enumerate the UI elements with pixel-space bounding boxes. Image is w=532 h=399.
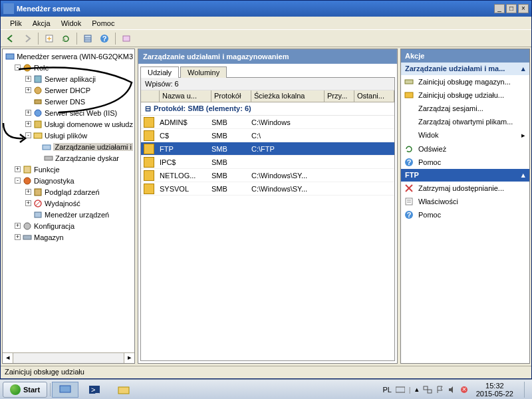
tree-ad-domain[interactable]: +Usługi domenowe w usłudz: [4, 118, 133, 130]
expand-icon[interactable]: +: [15, 166, 21, 172]
svg-rect-16: [45, 156, 53, 160]
col-protocol[interactable]: Protokół: [211, 90, 251, 102]
actions-group-ftp[interactable]: FTP▴: [401, 169, 529, 182]
tree-file-services[interactable]: -Usługi plików: [4, 130, 133, 141]
svg-line-21: [35, 201, 41, 206]
tree-iis-server[interactable]: +Serwer sieci Web (IIS): [4, 107, 133, 118]
action-manage-files[interactable]: Zarządzaj otwartymi plikam...: [401, 115, 529, 128]
tree-disk-mgmt[interactable]: Zarządzanie dyskar: [4, 152, 133, 164]
list-view-button[interactable]: [80, 31, 95, 46]
expand-icon[interactable]: +: [25, 76, 31, 82]
collapse-icon[interactable]: -: [15, 178, 21, 184]
collapse-icon[interactable]: ▴: [521, 171, 525, 180]
tree-diagnostics[interactable]: -Diagnostyka: [4, 175, 133, 186]
menu-akcja[interactable]: Akcja: [27, 18, 56, 29]
actions-panel: Akcje Zarządzanie udziałami i ma...▴ Zai…: [400, 49, 530, 364]
taskbar-powershell[interactable]: >_: [81, 382, 108, 398]
action-help[interactable]: ?Pomoc: [401, 156, 529, 169]
col-last[interactable]: Ostani...: [354, 90, 394, 102]
language-indicator[interactable]: PL: [382, 386, 391, 394]
horizontal-scrollbar[interactable]: ◂ ▸: [3, 352, 134, 363]
tree-features[interactable]: +Funkcje: [4, 164, 133, 175]
collapse-icon[interactable]: -: [15, 65, 21, 70]
col-assign[interactable]: Przy...: [325, 90, 354, 102]
col-path[interactable]: Ścieżka lokalna: [251, 90, 325, 102]
collapse-icon[interactable]: ⊟: [145, 104, 151, 112]
action-refresh[interactable]: Odśwież: [401, 142, 529, 156]
expand-icon[interactable]: +: [25, 121, 31, 127]
tray-keyboard-icon[interactable]: [396, 386, 405, 394]
tree-dhcp-server[interactable]: +Serwer DHCP: [4, 84, 133, 96]
collapse-icon[interactable]: ▴: [521, 65, 525, 73]
tree-event-viewer[interactable]: +Podgląd zdarzeń: [4, 186, 133, 198]
svg-rect-19: [35, 189, 41, 196]
tree-root[interactable]: Menedżer serwera (WIN-6G2QKM3: [4, 51, 133, 62]
taskbar-server-manager[interactable]: [52, 382, 78, 398]
expand-icon[interactable]: +: [15, 223, 21, 229]
share-row[interactable]: IPC$SMB: [141, 156, 394, 169]
forward-button[interactable]: [20, 31, 35, 46]
tree-role[interactable]: -Role: [4, 62, 133, 73]
maximize-button[interactable]: □: [506, 4, 517, 13]
menu-widok[interactable]: Widok: [56, 18, 87, 29]
tree[interactable]: Menedżer serwera (WIN-6G2QKM3 -Role +Ser…: [3, 49, 134, 352]
system-tray: PL | ▴ × 15:32 2015-05-22: [380, 380, 532, 399]
tray-flag-icon[interactable]: [436, 386, 444, 394]
share-row-selected[interactable]: FTPSMBC:\FTP: [141, 142, 394, 156]
action-init-storage[interactable]: Zainicjuj obsługę magazyn...: [401, 75, 529, 88]
collapse-icon[interactable]: -: [25, 132, 31, 138]
expand-icon[interactable]: +: [25, 110, 31, 116]
col-icon[interactable]: [141, 90, 160, 102]
tray-alert-icon[interactable]: ×: [460, 386, 468, 394]
action-help-ftp[interactable]: ?Pomoc: [401, 208, 529, 221]
window-title: Menedżer serwera: [17, 5, 493, 13]
tree-dns-server[interactable]: Serwer DNS: [4, 96, 133, 107]
svg-rect-40: [396, 387, 405, 392]
titlebar[interactable]: Menedżer serwera _ □ ×: [1, 1, 531, 17]
action-init-share[interactable]: Zainicjuj obsługę udziału...: [401, 88, 529, 102]
menu-plik[interactable]: Plik: [5, 18, 27, 29]
tree-device-mgr[interactable]: Menedżer urządzeń: [4, 209, 133, 220]
scroll-right-icon[interactable]: ▸: [124, 353, 134, 363]
taskbar-explorer[interactable]: [110, 382, 137, 398]
tab-shares[interactable]: Udziały: [140, 66, 179, 78]
tree-share-mgmt[interactable]: Zarządzanie udziałami i: [4, 141, 133, 152]
refresh-button[interactable]: [59, 31, 73, 46]
expand-icon[interactable]: +: [15, 234, 21, 240]
new-button[interactable]: [42, 31, 57, 46]
actions-group-shares[interactable]: Zarządzanie udziałami i ma...▴: [401, 63, 529, 75]
clock[interactable]: 15:32 2015-05-22: [472, 382, 517, 398]
expand-icon[interactable]: +: [25, 189, 31, 195]
help-button[interactable]: ?: [97, 31, 112, 46]
tree-config[interactable]: +Konfiguracja: [4, 220, 133, 231]
tree-storage[interactable]: +Magazyn: [4, 231, 133, 243]
tree-performance[interactable]: +Wydajność: [4, 198, 133, 209]
close-button[interactable]: ×: [518, 4, 529, 13]
back-button[interactable]: [3, 31, 18, 46]
share-row[interactable]: SYSVOLSMBC:\Windows\SY...: [141, 182, 394, 196]
action-manage-sessions[interactable]: Zarządzaj sesjami...: [401, 102, 529, 115]
action-stop-share[interactable]: Zatrzymaj udostępnianie...: [401, 182, 529, 195]
start-button[interactable]: Start: [3, 382, 47, 398]
minimize-button[interactable]: _: [494, 4, 505, 13]
share-row[interactable]: C$SMBC:\: [141, 129, 394, 142]
show-desktop-button[interactable]: [524, 382, 529, 398]
tray-volume-icon[interactable]: [448, 386, 456, 394]
share-row[interactable]: NETLOG...SMBC:\Windows\SY...: [141, 169, 394, 182]
extra-button[interactable]: [119, 31, 134, 46]
toolbar-separator: [115, 33, 116, 45]
scroll-left-icon[interactable]: ◂: [3, 353, 13, 363]
expand-icon[interactable]: +: [25, 87, 31, 93]
svg-point-8: [24, 65, 31, 71]
group-row[interactable]: ⊟Protokół: SMB (elementy: 6): [141, 102, 394, 116]
menu-pomoc[interactable]: Pomoc: [86, 18, 120, 29]
action-view[interactable]: Widok▸: [401, 128, 529, 142]
action-properties[interactable]: Właściwości: [401, 195, 529, 208]
tray-network-icon[interactable]: [423, 386, 432, 394]
tab-volumes[interactable]: Woluminy: [180, 66, 227, 78]
col-name[interactable]: Nazwa u...: [160, 90, 211, 102]
share-row[interactable]: ADMIN$SMBC:\Windows: [141, 116, 394, 129]
tray-chevron-icon[interactable]: ▴: [415, 385, 419, 394]
tree-app-server[interactable]: +Serwer aplikacji: [4, 73, 133, 84]
expand-icon[interactable]: +: [25, 200, 31, 206]
